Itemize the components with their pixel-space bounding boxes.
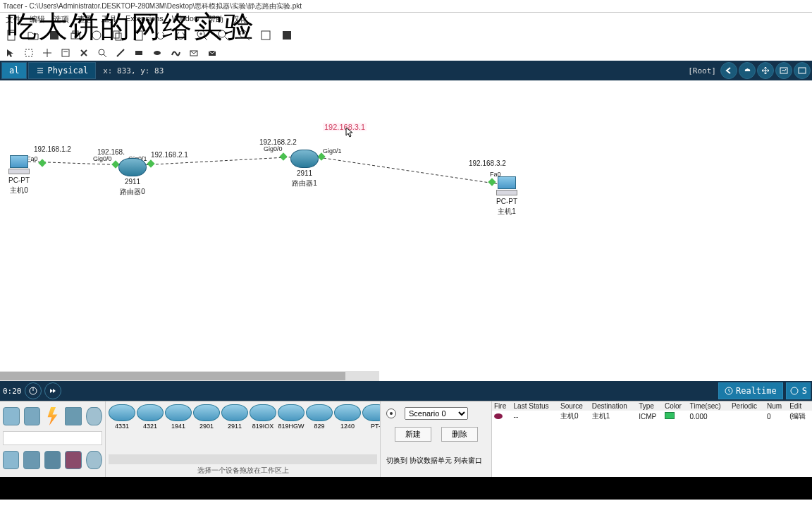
network-devices-category[interactable] (3, 407, 20, 425)
open-folder-icon[interactable] (25, 28, 41, 43)
pc0-ip-label[interactable]: 192.168.1.2 (34, 145, 71, 153)
nav-back-icon[interactable] (720, 62, 737, 79)
router1-name: 路由器1 (290, 179, 319, 188)
simple-pdu-icon[interactable] (187, 47, 200, 59)
scenario-select[interactable]: Scenario 0 (405, 407, 468, 420)
menu-options[interactable]: 选项 (54, 14, 69, 24)
link-status-r0-right (147, 159, 154, 167)
pc1-name: 主机1 (495, 207, 519, 216)
scenario-delete-button[interactable]: 删除 (441, 427, 478, 442)
secondary-toolbar (0, 45, 812, 61)
routers-subcategory[interactable] (3, 451, 19, 469)
end-devices-category[interactable] (24, 407, 41, 425)
move-icon[interactable] (41, 47, 54, 59)
custom-device-icon[interactable] (279, 28, 295, 43)
device-829[interactable]: 829 (306, 404, 333, 430)
draw-ellipse-icon[interactable] (151, 47, 164, 59)
palette-draw-icon[interactable] (258, 28, 273, 43)
pdu-color-swatch (665, 412, 675, 419)
category-search-input[interactable] (3, 431, 102, 445)
pc1-device[interactable]: PC-PT 主机1 (495, 176, 519, 216)
scenario-new-button[interactable]: 新建 (395, 427, 431, 442)
router1-device[interactable]: 2911 路由器1 (290, 150, 319, 188)
menu-file[interactable]: 文件 (6, 14, 21, 24)
menu-tools[interactable]: 工具 (102, 14, 117, 24)
router0-device[interactable]: 2911 路由器0 (118, 158, 147, 196)
wizard-icon[interactable] (89, 28, 104, 43)
svg-point-24 (99, 49, 104, 55)
device-819iox[interactable]: 819IOX (250, 404, 276, 430)
pc1-ip-label[interactable]: 192.168.3.2 (469, 159, 506, 167)
device-819hgw[interactable]: 819HGW (278, 404, 304, 430)
svg-rect-7 (135, 31, 142, 40)
device-category-palette (0, 401, 106, 477)
device-1240[interactable]: 1240 (334, 404, 361, 430)
wan-subcategory[interactable] (86, 451, 102, 469)
complex-pdu-icon[interactable] (206, 47, 219, 59)
cluster-icon[interactable] (739, 62, 756, 79)
physical-tab[interactable]: Physical (28, 62, 96, 79)
place-note-icon[interactable] (59, 47, 72, 59)
svg-rect-19 (25, 49, 32, 56)
realtime-mode-button[interactable]: Realtime (718, 382, 783, 399)
pc0-device[interactable]: PC-PT 主机0 (7, 155, 31, 195)
fast-forward-icon[interactable] (44, 382, 61, 399)
device-drag-hint: 选择一个设备拖放在工作区上 (106, 466, 380, 476)
undo-icon[interactable] (152, 28, 168, 43)
print-icon[interactable] (68, 28, 83, 43)
svg-rect-1 (50, 31, 59, 40)
redo-icon[interactable] (173, 28, 189, 43)
paste-icon[interactable] (131, 28, 147, 43)
device-4331[interactable]: 4331 (109, 404, 135, 430)
pdu-list-toggle[interactable]: 切换到 协议数据单元 列表窗口 (386, 456, 486, 466)
zoom-out-icon[interactable] (237, 28, 252, 43)
switches-subcategory[interactable] (23, 451, 39, 469)
wireless-subcategory[interactable] (44, 451, 61, 469)
save-icon[interactable] (47, 28, 62, 43)
miscellaneous-category[interactable] (65, 407, 82, 425)
simulation-mode-button[interactable]: S (786, 382, 811, 399)
draw-freeform-icon[interactable] (169, 47, 182, 59)
scenario-visibility-icon[interactable] (386, 409, 396, 418)
new-file-icon[interactable] (4, 28, 20, 43)
device-1941[interactable]: 1941 (165, 404, 192, 430)
r0-right-ip-label[interactable]: 192.168.2.1 (151, 151, 188, 159)
menu-view[interactable]: 查看 (78, 14, 93, 24)
svg-point-12 (219, 30, 226, 37)
power-cycle-icon[interactable] (25, 382, 42, 399)
area-select-icon[interactable] (23, 47, 35, 59)
move-object-icon[interactable] (757, 62, 774, 79)
menu-extensions[interactable]: Extensions (125, 14, 164, 24)
delete-icon[interactable] (78, 47, 90, 59)
set-background-icon[interactable] (775, 62, 792, 79)
security-subcategory[interactable] (65, 451, 81, 469)
pdu-row[interactable]: -- 主机0 主机1 ICMP 0.000 0 (编辑 (492, 411, 812, 422)
multiuser-category[interactable] (86, 407, 103, 425)
menu-window[interactable]: Window (172, 14, 199, 24)
select-tool-icon[interactable] (4, 47, 17, 59)
inspect-icon[interactable] (96, 47, 109, 59)
draw-line-icon[interactable] (114, 47, 127, 59)
svg-rect-18 (283, 31, 291, 40)
menu-chinese[interactable]: 汉化 (232, 14, 247, 24)
svg-rect-35 (799, 68, 806, 73)
floating-ip-label[interactable]: 192.168.3.1 (323, 123, 367, 131)
copy-icon[interactable] (110, 28, 125, 43)
device-pt[interactable]: PT- (362, 404, 380, 430)
device-4321[interactable]: 4321 (137, 404, 164, 430)
zoom-reset-icon[interactable] (216, 28, 231, 43)
draw-rect-icon[interactable] (133, 47, 145, 59)
device-2911[interactable]: 2911 (221, 404, 248, 430)
connections-category[interactable] (44, 407, 61, 425)
menu-edit[interactable]: 编辑 (30, 14, 45, 24)
menu-help[interactable]: 帮助 (208, 14, 223, 24)
root-label[interactable]: [Root] (688, 66, 716, 75)
r1-g01-label: Gig0/1 (323, 147, 342, 155)
zoom-in-icon[interactable] (195, 28, 210, 43)
device-2901[interactable]: 2901 (193, 404, 220, 430)
logical-tab[interactable]: al (1, 62, 27, 79)
device-list-scrollbar[interactable] (109, 454, 377, 464)
canvas-hscrollbar[interactable] (0, 371, 379, 381)
workspace-canvas[interactable]: 192.168.3.1 192.168.1.2 Fa0 PC-PT 主机0 19… (0, 80, 812, 381)
viewport-icon[interactable] (794, 62, 811, 79)
